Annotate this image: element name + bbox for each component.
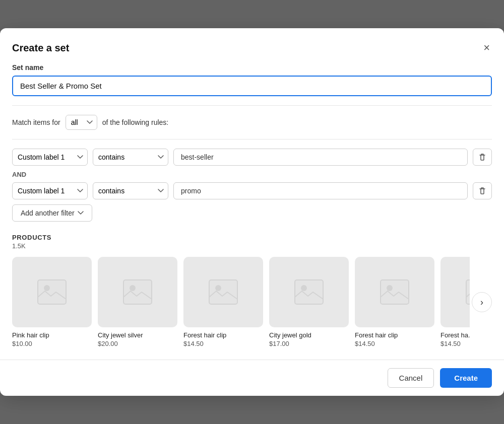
filter-label-select-2[interactable]: Custom label 1 Custom label 0 Custom lab… bbox=[12, 182, 88, 199]
products-list: Pink hair clip $10.00 City jewel silver … bbox=[12, 257, 470, 347]
filter-row-2: Custom label 1 Custom label 0 Custom lab… bbox=[12, 182, 492, 199]
modal-overlay: Create a set × Set name Match items for … bbox=[0, 0, 504, 424]
modal-body: Set name Match items for all any of the … bbox=[0, 63, 504, 360]
products-heading: PRODUCTS bbox=[12, 234, 492, 241]
product-price: $20.00 bbox=[98, 340, 177, 347]
product-card: City jewel gold $17.00 bbox=[269, 257, 349, 347]
product-image bbox=[12, 257, 92, 327]
divider-1 bbox=[12, 105, 492, 106]
product-name: City jewel silver bbox=[98, 331, 177, 339]
svg-rect-2 bbox=[123, 280, 152, 304]
product-card: Forest hair clip $14.50 bbox=[355, 257, 434, 347]
product-card: City jewel silver $20.00 bbox=[98, 257, 177, 347]
product-price: $10.00 bbox=[12, 340, 92, 347]
product-name: Forest hair clip bbox=[183, 331, 263, 339]
svg-rect-8 bbox=[381, 280, 409, 304]
modal-title: Create a set bbox=[12, 42, 69, 54]
carousel-next-button[interactable]: › bbox=[472, 292, 492, 312]
match-suffix: of the following rules: bbox=[102, 118, 169, 126]
match-select[interactable]: all any bbox=[66, 115, 97, 130]
svg-rect-4 bbox=[209, 280, 237, 304]
create-set-modal: Create a set × Set name Match items for … bbox=[0, 28, 504, 396]
svg-point-7 bbox=[301, 285, 307, 291]
product-card: Forest ha... $14.50 bbox=[440, 257, 470, 347]
add-filter-button[interactable]: Add another filter bbox=[12, 204, 92, 222]
add-filter-label: Add another filter bbox=[21, 209, 75, 217]
product-price: $17.00 bbox=[269, 340, 349, 347]
filter-condition-select-2[interactable]: contains does not contain equals bbox=[93, 182, 168, 199]
product-image bbox=[355, 257, 434, 327]
svg-rect-10 bbox=[466, 280, 470, 304]
product-price: $14.50 bbox=[440, 340, 470, 347]
product-card: Forest hair clip $14.50 bbox=[183, 257, 263, 347]
product-card: Pink hair clip $10.00 bbox=[12, 257, 92, 347]
svg-rect-6 bbox=[295, 280, 323, 304]
set-name-input[interactable] bbox=[12, 76, 492, 96]
filter-value-input-2[interactable] bbox=[173, 182, 468, 199]
filter-label-select-1[interactable]: Custom label 1 Custom label 0 Custom lab… bbox=[12, 149, 88, 166]
svg-rect-0 bbox=[38, 280, 66, 304]
product-image bbox=[440, 257, 470, 327]
product-price: $14.50 bbox=[355, 340, 434, 347]
product-image bbox=[269, 257, 349, 327]
svg-point-3 bbox=[130, 285, 136, 291]
product-name: Forest ha... bbox=[440, 331, 470, 339]
and-label: AND bbox=[12, 171, 492, 178]
product-name: Forest hair clip bbox=[355, 331, 434, 339]
cancel-button[interactable]: Cancel bbox=[388, 368, 434, 388]
filter-row-1: Custom label 1 Custom label 0 Custom lab… bbox=[12, 149, 492, 166]
filter-value-input-1[interactable] bbox=[173, 149, 468, 166]
svg-point-1 bbox=[44, 285, 50, 291]
filter-condition-select-1[interactable]: contains does not contain equals bbox=[93, 149, 168, 166]
product-image bbox=[183, 257, 263, 327]
delete-filter-button-2[interactable] bbox=[473, 182, 492, 199]
set-name-label: Set name bbox=[12, 63, 492, 72]
svg-point-5 bbox=[215, 285, 221, 291]
modal-header: Create a set × bbox=[0, 28, 504, 63]
delete-filter-button-1[interactable] bbox=[473, 149, 492, 166]
product-price: $14.50 bbox=[183, 340, 263, 347]
products-section: PRODUCTS 1.5K Pink hair clip $10.00 bbox=[12, 234, 492, 347]
product-name: Pink hair clip bbox=[12, 331, 92, 339]
match-prefix: Match items for bbox=[12, 118, 60, 126]
create-button[interactable]: Create bbox=[440, 368, 492, 388]
product-image bbox=[98, 257, 177, 327]
divider-2 bbox=[12, 139, 492, 139]
products-carousel: Pink hair clip $10.00 City jewel silver … bbox=[12, 257, 492, 347]
product-name: City jewel gold bbox=[269, 331, 349, 339]
modal-footer: Cancel Create bbox=[0, 360, 504, 396]
products-count: 1.5K bbox=[12, 242, 492, 250]
close-button[interactable]: × bbox=[481, 40, 492, 55]
set-name-section: Set name bbox=[12, 63, 492, 96]
svg-point-9 bbox=[387, 285, 393, 291]
match-row: Match items for all any of the following… bbox=[12, 115, 492, 130]
